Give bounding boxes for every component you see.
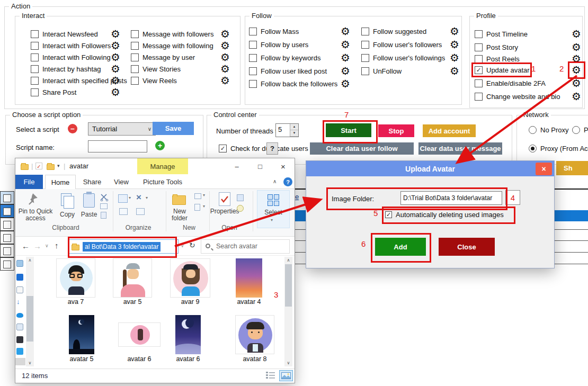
gear-icon[interactable]: ⚙: [109, 86, 122, 98]
add-button[interactable]: Add: [375, 238, 426, 256]
tab-share[interactable]: Share: [78, 175, 106, 189]
checkbox-message-by-user[interactable]: Message by user: [131, 53, 195, 61]
dialog-titlebar[interactable]: Upload Avatar: [306, 161, 554, 176]
gear-icon[interactable]: ⚙: [339, 38, 352, 51]
checkbox-follow-by-keywords[interactable]: Follow by keywords: [249, 53, 320, 62]
search-box[interactable]: Search avatar: [201, 239, 290, 254]
address-dropdown-icon[interactable]: ∨: [181, 244, 184, 248]
checkbox-duplicate-users[interactable]: ✓Check for duplicate users: [219, 144, 308, 152]
checkbox-interact-newsfeed[interactable]: Interact Newsfeed: [31, 30, 98, 38]
paste-icon[interactable]: [83, 193, 95, 208]
tab-file[interactable]: File: [15, 175, 43, 189]
gear-icon[interactable]: ⚙: [219, 28, 231, 40]
checkbox-change-website-bio[interactable]: Change website and bio: [475, 92, 560, 101]
gear-icon[interactable]: ⚙: [219, 62, 231, 75]
gear-icon[interactable]: ⚙: [339, 77, 352, 90]
file-name[interactable]: ava 7: [54, 298, 98, 306]
gear-icon[interactable]: ⚙: [448, 65, 461, 77]
rename-icon[interactable]: [119, 208, 128, 215]
forward-icon[interactable]: →: [33, 242, 41, 250]
checkbox-update-avatar[interactable]: ✓Update avatar: [475, 66, 530, 74]
gear-icon[interactable]: ⚙: [339, 65, 352, 77]
new-folder-icon[interactable]: [172, 195, 186, 205]
file-name[interactable]: avatar 5: [59, 355, 104, 363]
videos-icon[interactable]: [16, 336, 23, 343]
desktop-icon[interactable]: [16, 274, 23, 281]
checkbox-follow-users-followers[interactable]: Follow user's followers: [361, 40, 442, 49]
gear-icon[interactable]: ⚙: [219, 39, 231, 52]
paste-button[interactable]: Paste: [75, 211, 103, 218]
file-thumbnail-avatar5[interactable]: [69, 315, 94, 354]
cut-icon[interactable]: [100, 193, 109, 203]
content-scrollbar[interactable]: ∧ ∨: [284, 257, 292, 366]
properties-icon[interactable]: [219, 192, 230, 206]
checkbox-interact-by-hashtag[interactable]: Interact by hashtag: [31, 65, 101, 73]
documents-icon[interactable]: [16, 286, 23, 293]
organize-small-icon[interactable]: [136, 208, 145, 215]
details-view-button[interactable]: [265, 371, 277, 381]
gear-icon[interactable]: ⚙: [448, 25, 461, 38]
file-thumbnail-avatar8[interactable]: [235, 315, 274, 354]
gear-icon[interactable]: ⚙: [339, 25, 352, 38]
add-account-button[interactable]: Add account: [423, 124, 476, 137]
image-folder-input[interactable]: [400, 191, 502, 205]
gear-icon[interactable]: ⚙: [570, 41, 583, 53]
gear-icon[interactable]: ⚙: [219, 74, 231, 87]
file-thumbnail-ava7[interactable]: [56, 258, 95, 298]
tab-home[interactable]: Home: [45, 175, 76, 189]
checkbox-post-story[interactable]: Post Story: [475, 43, 518, 51]
close-button[interactable]: Close: [439, 238, 495, 256]
file-name[interactable]: avatar 4: [225, 298, 273, 306]
file-thumbnail-avatar6-moon[interactable]: [175, 315, 201, 354]
network-icon[interactable]: [16, 348, 23, 355]
checkbox-view-reels[interactable]: View Reels: [131, 76, 177, 85]
scrollbar-thumb[interactable]: [285, 264, 292, 307]
radio-proxy-partial[interactable]: Pro: [572, 125, 588, 134]
toolbar-dropdown-icon[interactable]: ▾: [57, 163, 60, 168]
gear-icon[interactable]: ⚙: [570, 77, 583, 89]
checkbox-message-with-following[interactable]: Message with following: [131, 41, 213, 50]
checkbox-follow-back-followers[interactable]: Follow back the followers: [249, 79, 337, 88]
stop-button[interactable]: Stop: [378, 124, 414, 137]
collapse-ribbon-icon[interactable]: ∧: [273, 178, 277, 184]
new-item-icon[interactable]: [194, 204, 200, 211]
file-name[interactable]: avatar 8: [233, 355, 277, 363]
checkbox-follow-mass[interactable]: Follow Mass: [249, 27, 299, 35]
dropdown-icon[interactable]: ▾: [203, 204, 205, 209]
easy-access-icon[interactable]: [194, 193, 201, 199]
new-folder-button[interactable]: New folder: [168, 208, 191, 222]
checkbox-view-stories[interactable]: View Stories: [131, 65, 181, 73]
tab-view[interactable]: View: [109, 175, 134, 189]
this-pc-icon[interactable]: [16, 260, 23, 267]
onedrive-icon[interactable]: [16, 313, 23, 318]
threads-stepper[interactable]: 5 ▲▼: [275, 123, 299, 137]
dialog-close-icon[interactable]: ×: [536, 163, 552, 175]
checkbox-post-timeline[interactable]: Post Timeline: [475, 30, 528, 38]
checkbox-follow-by-users[interactable]: Follow by users: [249, 40, 308, 49]
pin-to-quick-access-button[interactable]: Pin to Quick access: [15, 208, 56, 222]
spin-up-icon[interactable]: ▲: [290, 124, 298, 130]
gear-icon[interactable]: ⚙: [109, 39, 122, 52]
paste-shortcut-icon[interactable]: [101, 212, 106, 219]
downloads-icon[interactable]: ↓: [16, 298, 23, 305]
gear-icon[interactable]: ⚙: [448, 51, 461, 64]
up-icon[interactable]: ↑: [55, 241, 59, 249]
row-selector-cell[interactable]: [0, 231, 14, 244]
sidebar-scrollbar[interactable]: ∧ ∨: [26, 257, 34, 366]
gear-icon[interactable]: ⚙: [109, 51, 122, 64]
checkbox-interact-with-following[interactable]: Interact with Following: [31, 53, 111, 61]
file-thumbnail-avar9[interactable]: [170, 258, 210, 298]
copy-path-icon[interactable]: [100, 203, 108, 209]
file-thumbnail-avar5[interactable]: [113, 258, 152, 298]
gear-icon[interactable]: ⚙: [109, 28, 122, 40]
help-icon[interactable]: ?: [283, 177, 292, 186]
gear-icon-update-avatar[interactable]: ⚙: [570, 64, 583, 76]
row-selector-cell[interactable]: [0, 257, 14, 271]
checkbox-interact-with-followers[interactable]: Interact with Followers: [31, 41, 111, 50]
checkbox-enable-disable-2fa[interactable]: Enable/disable 2FA: [475, 79, 546, 87]
dropdown-icon[interactable]: ▾: [271, 218, 273, 222]
tab-picture-tools[interactable]: Picture Tools: [137, 175, 188, 189]
scrollbar-thumb[interactable]: [26, 296, 33, 342]
row-selector-cell[interactable]: [0, 244, 14, 257]
spin-down-icon[interactable]: ▼: [290, 130, 298, 137]
